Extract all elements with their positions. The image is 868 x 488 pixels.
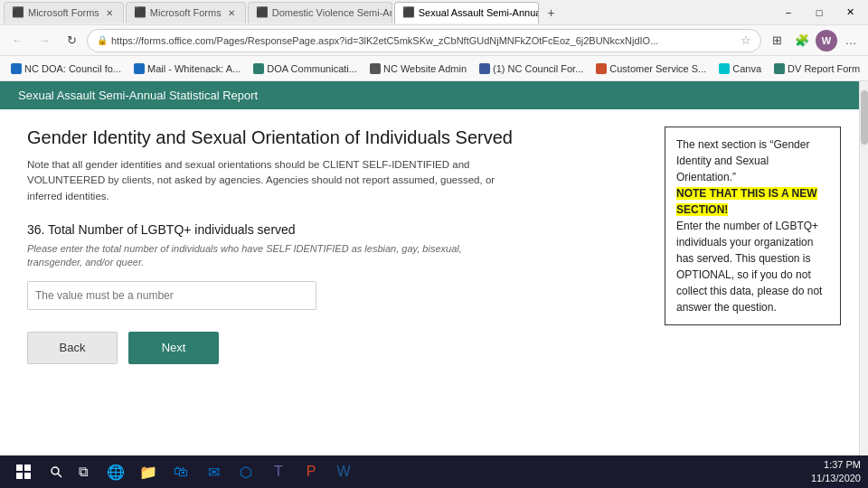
section-title: Gender Identity and Sexual Orientation o…	[27, 127, 515, 148]
tab-3-icon: ⬛	[256, 6, 269, 19]
browser-window: ⬛ Microsoft Forms ✕ ⬛ Microsoft Forms ✕ …	[0, 0, 868, 455]
fav-doa-comm-icon	[253, 63, 264, 74]
refresh-button[interactable]: ↻	[60, 29, 83, 52]
minimize-button[interactable]: −	[774, 3, 803, 23]
fav-nc-doa-icon	[11, 63, 22, 74]
svg-point-4	[52, 467, 59, 474]
fav-website-admin-icon	[370, 63, 381, 74]
fav-website-admin-label: NC Website Admin	[383, 63, 467, 74]
fav-customer-service[interactable]: Customer Service S...	[590, 61, 712, 76]
tooltip-text-body: Enter the number of LGBTQ+ individuals y…	[676, 220, 822, 314]
taskbar-mail-icon[interactable]: ✉	[199, 457, 228, 486]
taskbar-search-button[interactable]	[43, 459, 69, 484]
fav-dv-report-label: DV Report Form	[788, 63, 860, 74]
back-button[interactable]: Back	[27, 332, 118, 364]
scrollbar-thumb[interactable]	[861, 90, 868, 145]
tab-2[interactable]: ⬛ Microsoft Forms ✕	[126, 2, 246, 23]
tooltip-box: The next section is “Gender Identity and…	[665, 127, 841, 325]
taskbar-word-icon[interactable]: W	[329, 457, 358, 486]
nav-right-icons: ⊞ 🧩 W …	[765, 29, 863, 52]
fav-customer-service-label: Customer Service S...	[609, 63, 706, 74]
tab-2-close[interactable]: ✕	[225, 6, 238, 19]
form-note: Note that all gender identities and sexu…	[27, 157, 515, 204]
fav-dv-report-icon	[774, 63, 785, 74]
next-button[interactable]: Next	[128, 332, 219, 364]
fav-mail[interactable]: Mail - Whitenack: A...	[128, 61, 246, 76]
settings-button[interactable]: …	[839, 29, 863, 52]
taskbar-clock: 1:37 PM 11/13/2020	[811, 458, 861, 486]
tab-1-close[interactable]: ✕	[103, 6, 116, 19]
form-buttons: Back Next	[27, 332, 515, 364]
close-button[interactable]: ✕	[835, 3, 864, 23]
fav-dv-report[interactable]: DV Report Form	[769, 61, 865, 76]
tab-3-label: Domestic Violence Semi-Annual...	[272, 7, 392, 18]
taskbar: ⧉ 🌐 📁 🛍 ✉ ⬡ T P W 1:37 PM 11/13/2020	[0, 455, 868, 488]
lock-icon: 🔒	[97, 35, 108, 45]
svg-rect-1	[24, 465, 31, 471]
svg-rect-2	[16, 473, 23, 479]
taskbar-app-icons: 🌐 📁 🛍 ✉ ⬡ T P W	[101, 457, 358, 486]
fav-nc-doa[interactable]: NC DOA: Council fo...	[5, 61, 127, 76]
new-tab-button[interactable]: +	[541, 2, 562, 23]
form-header-title: Sexual Assault Semi-Annual Statistical R…	[18, 89, 258, 102]
fav-canva-icon	[719, 63, 730, 74]
question-number: 36.	[27, 222, 44, 237]
window-controls: − □ ✕	[774, 3, 864, 23]
fav-nc-council-label: (1) NC Council For...	[493, 63, 583, 74]
taskbar-date-display: 11/13/2020	[811, 472, 861, 485]
taskbar-time-display: 1:37 PM	[811, 458, 861, 472]
fav-canva[interactable]: Canva	[713, 61, 767, 76]
tab-1[interactable]: ⬛ Microsoft Forms ✕	[4, 2, 124, 23]
back-nav-button[interactable]: ←	[5, 29, 29, 52]
tab-4-label: Sexual Assault Semi-Annual Stat...	[419, 7, 539, 18]
tab-list: ⬛ Microsoft Forms ✕ ⬛ Microsoft Forms ✕ …	[4, 2, 562, 23]
form-content: Gender Identity and Sexual Orientation o…	[0, 109, 542, 382]
tab-1-icon: ⬛	[12, 6, 24, 19]
fav-website-admin[interactable]: NC Website Admin	[364, 61, 472, 76]
scrollbar[interactable]	[859, 81, 868, 455]
tab-2-icon: ⬛	[134, 6, 146, 19]
tab-2-label: Microsoft Forms	[150, 7, 222, 18]
fav-doa-comm[interactable]: DOA Communicati...	[248, 61, 363, 76]
taskbar-task-view[interactable]: ⧉	[69, 457, 98, 486]
question-label: 36. Total Number of LGBTQ+ individuals s…	[27, 222, 515, 237]
svg-line-5	[58, 474, 61, 477]
form-header: Sexual Assault Semi-Annual Statistical R…	[0, 81, 859, 109]
svg-rect-0	[16, 465, 23, 471]
tooltip-highlighted-text: NOTE THAT THIS IS A NEW SECTION!	[676, 187, 817, 216]
forward-nav-button[interactable]: →	[33, 29, 56, 52]
lgbtq-number-input[interactable]	[27, 281, 316, 310]
fav-mail-label: Mail - Whitenack: A...	[147, 63, 241, 74]
taskbar-teams-icon[interactable]: T	[264, 457, 293, 486]
tab-4[interactable]: ⬛ Sexual Assault Semi-Annual Stat... ✕	[394, 2, 539, 23]
tab-4-icon: ⬛	[402, 6, 415, 19]
tab-3[interactable]: ⬛ Domestic Violence Semi-Annual... ✕	[248, 2, 392, 23]
taskbar-edge2-icon[interactable]: ⬡	[231, 457, 260, 486]
taskbar-file-explorer-icon[interactable]: 📁	[134, 457, 163, 486]
extensions-button[interactable]: 🧩	[790, 29, 814, 52]
taskbar-store-icon[interactable]: 🛍	[166, 457, 195, 486]
address-bar[interactable]: 🔒 https://forms.office.com/Pages/Respons…	[87, 29, 761, 52]
fav-nc-council[interactable]: (1) NC Council For...	[474, 61, 589, 76]
nav-bar: ← → ↻ 🔒 https://forms.office.com/Pages/R…	[0, 25, 868, 56]
collections-button[interactable]: ⊞	[765, 29, 788, 52]
star-icon[interactable]: ☆	[741, 33, 751, 47]
profile-button[interactable]: W	[816, 30, 837, 52]
fav-doa-comm-label: DOA Communicati...	[267, 63, 357, 74]
address-text: https://forms.office.com/Pages/ResponseP…	[111, 35, 737, 46]
question-text: Total Number of LGBTQ+ individuals serve…	[48, 222, 296, 237]
favorites-bar: NC DOA: Council fo... Mail - Whitenack: …	[0, 56, 868, 81]
tooltip-text-intro: The next section is “Gender Identity and…	[676, 138, 809, 183]
title-bar: ⬛ Microsoft Forms ✕ ⬛ Microsoft Forms ✕ …	[0, 0, 868, 25]
taskbar-right: 1:37 PM 11/13/2020	[811, 458, 861, 486]
tab-1-label: Microsoft Forms	[28, 7, 99, 18]
taskbar-powerpoint-icon[interactable]: P	[297, 457, 326, 486]
maximize-button[interactable]: □	[805, 3, 834, 23]
start-button[interactable]	[7, 455, 40, 488]
content-area: Sexual Assault Semi-Annual Statistical R…	[0, 81, 868, 455]
fav-canva-label: Canva	[732, 63, 761, 74]
fav-customer-service-icon	[596, 63, 607, 74]
form-page: Sexual Assault Semi-Annual Statistical R…	[0, 81, 859, 455]
taskbar-edge-icon[interactable]: 🌐	[101, 457, 130, 486]
fav-nc-council-icon	[479, 63, 490, 74]
